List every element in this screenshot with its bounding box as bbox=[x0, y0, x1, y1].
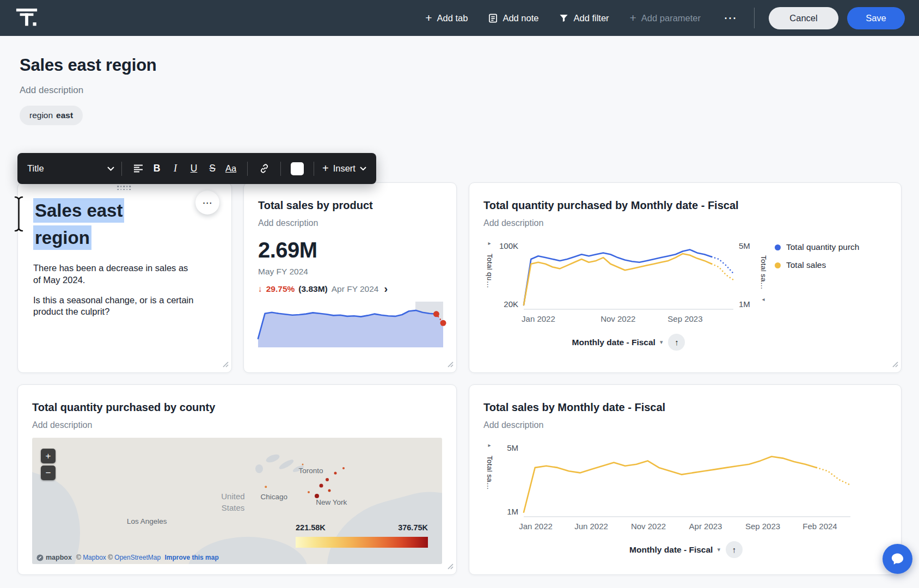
add-filter-button[interactable]: Add filter bbox=[559, 13, 609, 23]
resize-handle[interactable] bbox=[223, 360, 229, 370]
chat-widget-button[interactable] bbox=[883, 544, 912, 574]
x-tick: Jan 2022 bbox=[519, 522, 553, 531]
italic-button[interactable]: I bbox=[166, 160, 185, 178]
page-header: Sales east region Add description region… bbox=[20, 36, 157, 125]
text-paragraph[interactable]: Is this a seasonal change, or is a certa… bbox=[33, 295, 198, 318]
page-description-placeholder[interactable]: Add description bbox=[20, 85, 157, 96]
card-menu-button[interactable]: ⋯ bbox=[195, 191, 219, 215]
legend-label: Total quantity purch bbox=[786, 242, 859, 252]
chart-area: ▸ Total sa… 5M 1M bbox=[483, 442, 887, 517]
tag-value: east bbox=[56, 111, 73, 120]
text-paragraph[interactable]: There has been a decrease in sales as of… bbox=[33, 262, 198, 286]
quantity-line-chart bbox=[524, 240, 733, 310]
link-button[interactable] bbox=[255, 160, 273, 178]
region-tag[interactable]: region east bbox=[20, 106, 83, 125]
chevron-right-icon[interactable]: › bbox=[384, 283, 388, 294]
legend-item: Total sales bbox=[775, 260, 873, 270]
map-data-point bbox=[308, 491, 310, 493]
axis-arrow-icon[interactable]: ◂ bbox=[762, 296, 764, 302]
date-granularity-dropdown[interactable]: Monthly date - Fiscal ▾ bbox=[629, 545, 720, 555]
x-tick: Sep 2023 bbox=[667, 314, 702, 323]
metric-value: 2.69M bbox=[258, 238, 442, 262]
card-description-placeholder[interactable]: Add description bbox=[32, 420, 442, 430]
text-format-toolbar: Title B I U S Aa + Insert bbox=[17, 153, 376, 184]
color-swatch-icon bbox=[291, 162, 304, 175]
chart-legend: Total quantity purch Total sales bbox=[775, 240, 873, 310]
align-left-icon bbox=[133, 164, 143, 173]
arrow-up-icon: ↑ bbox=[732, 545, 737, 554]
county-map[interactable]: + − Toronto Chicago New York United Stat… bbox=[32, 438, 442, 564]
text-card-title[interactable]: Sales east region bbox=[33, 197, 161, 251]
axis-arrow-icon[interactable]: ▸ bbox=[488, 442, 491, 448]
mapbox-logo[interactable]: mapbox bbox=[36, 554, 72, 561]
add-tab-button[interactable]: + Add tab bbox=[425, 13, 468, 23]
chevron-down-icon bbox=[360, 167, 366, 170]
color-gradient-bar bbox=[296, 537, 428, 548]
card-description-placeholder[interactable]: Add description bbox=[258, 218, 442, 228]
strikethrough-button[interactable]: S bbox=[203, 160, 222, 178]
sales-sparkline-chart bbox=[258, 302, 443, 347]
card-description-placeholder[interactable]: Add description bbox=[483, 420, 887, 430]
resize-handle[interactable] bbox=[448, 360, 454, 370]
toolbar-divider bbox=[280, 162, 281, 176]
x-tick: Jan 2022 bbox=[522, 314, 555, 323]
add-tab-label: Add tab bbox=[437, 13, 468, 23]
improve-map-link[interactable]: Improve this map bbox=[164, 554, 218, 561]
more-options-button[interactable]: ⋯ bbox=[719, 11, 741, 24]
cancel-button[interactable]: Cancel bbox=[769, 7, 838, 29]
map-label-toronto: Toronto bbox=[299, 467, 323, 475]
map-water bbox=[32, 467, 97, 564]
zoom-out-button[interactable]: − bbox=[41, 465, 56, 480]
legend-min-value: 221.58K bbox=[296, 523, 326, 532]
change-period: Apr FY 2024 bbox=[332, 284, 379, 294]
text-style-button[interactable]: Aa bbox=[222, 160, 240, 178]
footer-label: Monthly date - Fiscal bbox=[572, 338, 655, 347]
sales-by-month-card[interactable]: Total sales by Monthly date - Fiscal Add… bbox=[469, 384, 902, 575]
save-button[interactable]: Save bbox=[847, 7, 905, 29]
map-data-point bbox=[328, 489, 330, 492]
bold-button[interactable]: B bbox=[148, 160, 166, 178]
y-tick: 1M bbox=[739, 299, 750, 309]
legend-item: Total quantity purch bbox=[775, 242, 873, 252]
sort-ascending-button[interactable]: ↑ bbox=[668, 334, 685, 351]
axis-arrow-icon[interactable]: ▸ bbox=[488, 240, 491, 246]
y-axis-label-left: Total qu… bbox=[486, 254, 494, 288]
underline-button[interactable]: U bbox=[185, 160, 203, 178]
sort-ascending-button[interactable]: ↑ bbox=[726, 541, 743, 558]
add-note-label: Add note bbox=[503, 13, 538, 23]
map-data-point bbox=[326, 478, 329, 481]
map-zoom-controls: + − bbox=[41, 449, 56, 480]
card-description-placeholder[interactable]: Add description bbox=[483, 218, 887, 228]
text-card[interactable]: ⋯ Sales east region There has been a dec… bbox=[17, 182, 232, 373]
map-water bbox=[312, 479, 442, 564]
logo[interactable] bbox=[14, 5, 39, 30]
x-tick: Sep 2023 bbox=[745, 522, 780, 531]
paragraph-style-select[interactable]: Title bbox=[27, 163, 114, 174]
legend-label: Total sales bbox=[786, 260, 826, 270]
plus-icon: + bbox=[322, 163, 329, 174]
legend-max-value: 376.75K bbox=[398, 523, 428, 532]
zoom-in-button[interactable]: + bbox=[41, 449, 56, 463]
x-tick: Nov 2022 bbox=[601, 314, 635, 323]
color-swatch-button[interactable] bbox=[288, 160, 307, 178]
drag-handle[interactable] bbox=[117, 186, 132, 192]
caret-down-icon: ▾ bbox=[660, 339, 663, 346]
add-note-button[interactable]: Add note bbox=[488, 13, 538, 23]
resize-handle[interactable] bbox=[448, 562, 454, 572]
align-button[interactable] bbox=[129, 160, 148, 178]
insert-label: Insert bbox=[333, 163, 356, 174]
insert-button[interactable]: + Insert bbox=[322, 163, 366, 174]
quantity-by-month-card[interactable]: Total quantity purchased by Monthly date… bbox=[469, 182, 902, 373]
sales-by-product-card[interactable]: Total sales by product Add description 2… bbox=[243, 182, 457, 373]
resize-handle[interactable] bbox=[892, 360, 898, 370]
quantity-by-county-card[interactable]: Total quantity purchased by county Add d… bbox=[17, 384, 457, 575]
page-title[interactable]: Sales east region bbox=[20, 56, 157, 75]
osm-link[interactable]: OpenStreetMap bbox=[114, 554, 161, 561]
add-parameter-button[interactable]: + Add parameter bbox=[630, 13, 701, 23]
x-tick: Nov 2022 bbox=[631, 522, 666, 531]
arrow-up-icon: ↑ bbox=[675, 338, 679, 347]
mapbox-link[interactable]: Mapbox bbox=[83, 554, 106, 561]
card-title: Total sales by product bbox=[258, 199, 442, 212]
map-data-point bbox=[319, 484, 323, 488]
date-granularity-dropdown[interactable]: Monthly date - Fiscal ▾ bbox=[572, 338, 663, 347]
